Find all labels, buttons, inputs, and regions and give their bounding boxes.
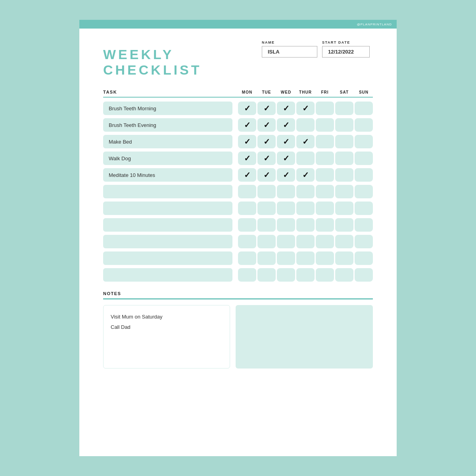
day-cell[interactable] [316,168,334,182]
day-cell[interactable]: ✓ [257,102,276,115]
start-date-value: 12/12/2022 [322,46,370,58]
checklist-section: TASK MONTUEWEDTHURFRISATSUN Brush Teeth … [103,90,373,282]
day-cell[interactable] [316,268,334,282]
day-cell[interactable]: ✓ [277,135,295,148]
day-cell[interactable] [355,251,373,265]
day-cell[interactable]: ✓ [257,152,276,165]
day-cell[interactable] [335,152,353,165]
day-cell[interactable]: ✓ [238,102,256,115]
task-box [103,202,232,215]
day-cell[interactable] [355,102,373,115]
day-cell[interactable] [355,218,373,232]
day-cell[interactable] [355,152,373,165]
day-cell[interactable] [277,235,295,248]
day-cell[interactable] [335,218,353,232]
day-cell[interactable] [335,168,353,182]
day-cell[interactable]: ✓ [257,168,276,182]
day-cell[interactable] [316,235,334,248]
day-cell[interactable] [355,168,373,182]
day-cell[interactable]: ✓ [257,135,276,148]
checkmark-icon: ✓ [263,171,270,179]
day-cell[interactable]: ✓ [238,168,256,182]
day-cell[interactable] [296,152,315,165]
day-cell[interactable]: ✓ [238,152,256,165]
day-cell[interactable]: ✓ [296,135,315,148]
day-cell[interactable] [296,268,315,282]
checkmark-icon: ✓ [283,121,290,129]
checkmark-icon: ✓ [263,104,270,112]
day-cell[interactable] [316,118,334,132]
day-cell[interactable] [296,202,315,215]
day-cell[interactable] [316,218,334,232]
task-box: Brush Teeth Morning [103,102,232,115]
checklist-row: Meditate 10 Minutes✓✓✓✓ [103,168,373,182]
day-cell[interactable] [335,102,353,115]
day-cell[interactable] [296,185,315,198]
checkmark-icon: ✓ [283,154,290,162]
checkmark-icon: ✓ [283,171,290,179]
day-cell[interactable] [316,102,334,115]
day-cell[interactable] [335,202,353,215]
day-cell[interactable] [316,185,334,198]
day-cell[interactable] [257,218,276,232]
page-title: WEEKLY CHECKLIST [103,47,262,78]
day-cell[interactable] [316,202,334,215]
day-cell[interactable] [277,185,295,198]
notes-area: Visit Mum on SaturdayCall Dad [103,305,373,369]
day-cell[interactable] [335,268,353,282]
name-value: ISLA [262,46,317,58]
day-cell[interactable]: ✓ [238,135,256,148]
day-cell[interactable] [316,135,334,148]
day-cell[interactable] [335,185,353,198]
task-cell [103,185,238,198]
day-cell[interactable] [335,251,353,265]
day-cell[interactable] [296,218,315,232]
task-cell [103,218,238,232]
day-cell[interactable] [296,251,315,265]
day-cell[interactable] [257,268,276,282]
day-cell[interactable] [335,235,353,248]
day-cell[interactable] [355,185,373,198]
day-cell[interactable] [355,135,373,148]
task-box [103,185,232,198]
day-cell[interactable] [257,235,276,248]
day-cell[interactable]: ✓ [277,152,295,165]
day-cell[interactable] [238,251,256,265]
day-cell[interactable]: ✓ [296,102,315,115]
day-cell[interactable]: ✓ [277,102,295,115]
start-date-label: START DATE [322,40,370,44]
day-cell[interactable]: ✓ [238,118,256,132]
day-cell[interactable] [257,251,276,265]
day-cells [238,202,373,215]
day-cell[interactable]: ✓ [296,168,315,182]
task-cell [103,235,238,248]
day-cell[interactable]: ✓ [257,118,276,132]
day-cell[interactable] [355,268,373,282]
day-cell[interactable] [277,251,295,265]
day-cell[interactable] [277,268,295,282]
day-cell[interactable] [238,218,256,232]
day-cell[interactable] [335,118,353,132]
task-box [103,218,232,232]
day-cell[interactable] [296,118,315,132]
day-cell[interactable] [335,135,353,148]
day-cell[interactable] [238,235,256,248]
day-cells [238,235,373,248]
header-fields: NAME ISLA START DATE 12/12/2022 [262,40,373,58]
day-cell[interactable] [238,202,256,215]
day-cell[interactable] [355,202,373,215]
day-cell[interactable] [277,218,295,232]
day-cell[interactable] [296,235,315,248]
day-cell[interactable] [277,202,295,215]
day-cell[interactable] [238,268,256,282]
day-cell[interactable] [316,251,334,265]
day-cell[interactable] [355,235,373,248]
day-cell[interactable] [257,185,276,198]
task-cell: Walk Dog [103,152,238,165]
day-cell[interactable] [238,185,256,198]
day-cell[interactable] [257,202,276,215]
day-cell[interactable] [355,118,373,132]
day-cell[interactable]: ✓ [277,168,295,182]
day-cell[interactable]: ✓ [277,118,295,132]
day-cell[interactable] [316,152,334,165]
